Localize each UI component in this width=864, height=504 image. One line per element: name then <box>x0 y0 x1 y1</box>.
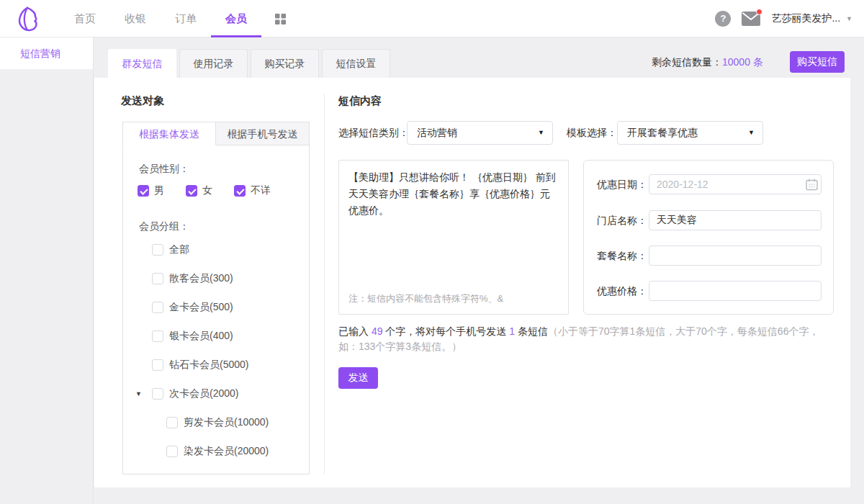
sidebar: 短信营销 <box>0 37 94 504</box>
notification-dot <box>756 9 762 15</box>
group-row-label: 全部 <box>169 243 189 256</box>
store-name-input[interactable] <box>649 210 822 230</box>
char-count-info: 已输入 49 个字，将对每个手机号发送 1 条短信（小于等于70字算1条短信，大… <box>338 324 838 354</box>
panel-divider <box>324 94 325 474</box>
group-row-haircolor-card[interactable]: 染发卡会员(20000) <box>123 437 309 466</box>
group-row-haircut-card[interactable]: 剪发卡会员(10000) <box>123 408 309 437</box>
discount-price-input[interactable] <box>649 281 822 301</box>
remaining-sms-info: 剩余短信数量：10000 条 <box>652 52 763 72</box>
field-row-discount-date: 优惠日期： <box>584 174 833 194</box>
nav-item-home[interactable]: 首页 <box>60 0 110 37</box>
checkbox-group-haircut[interactable] <box>166 417 178 428</box>
group-row-silver[interactable]: 银卡会员(400) <box>123 322 309 351</box>
nav-item-orders[interactable]: 订单 <box>161 0 211 37</box>
calendar-icon[interactable] <box>806 179 818 191</box>
checkbox-unknown[interactable] <box>234 185 246 197</box>
field-row-package-name: 套餐名称： <box>584 246 833 266</box>
group-row-label: 散客会员(300) <box>169 272 233 285</box>
nav-item-cashier[interactable]: 收银 <box>110 0 161 37</box>
app-logo-icon <box>13 5 40 32</box>
gender-option-female[interactable]: 女 <box>186 184 212 197</box>
sms-preview-text: 【美助理】只想讲给你听！ ｛优惠日期｝ 前到天天美容办理｛套餐名称｝享｛优惠价格… <box>348 169 559 219</box>
main-nav: 首页 收银 订单 会员 <box>60 0 261 37</box>
gender-option-male[interactable]: 男 <box>138 184 164 197</box>
checkbox-group-all[interactable] <box>152 244 163 256</box>
user-name: 艺莎丽美发护... <box>771 12 840 25</box>
group-row-diamond[interactable]: 钻石卡会员(5000) <box>123 351 309 379</box>
tab-send-by-phone[interactable]: 根据手机号发送 <box>216 122 310 145</box>
checkbox-group-silver[interactable] <box>152 330 163 342</box>
sms-tabs: 群发短信 使用记录 购买记录 短信设置 <box>108 49 390 78</box>
send-target-title: 发送对象 <box>121 94 164 108</box>
template-select-label: 模板选择： <box>567 127 617 140</box>
template-select-value: 开展套餐享优惠 <box>627 127 698 138</box>
nav-item-members[interactable]: 会员 <box>211 0 261 37</box>
group-row-walkin[interactable]: 散客会员(300) <box>123 264 309 293</box>
count-value: 49 <box>372 325 383 337</box>
tab-sms-settings[interactable]: 短信设置 <box>322 49 390 78</box>
discount-date-label: 优惠日期： <box>584 174 647 194</box>
count-value2: 1 <box>509 325 515 337</box>
gender-option-unknown[interactable]: 不详 <box>234 184 271 197</box>
remaining-unit: 条 <box>750 56 763 68</box>
package-name-label: 套餐名称： <box>584 246 647 266</box>
tab-bulk-sms[interactable]: 群发短信 <box>108 49 176 78</box>
gender-option-label: 不详 <box>251 184 271 197</box>
sidebar-item-sms-marketing[interactable]: 短信营销 <box>0 37 93 69</box>
discount-date-input[interactable] <box>649 174 822 194</box>
buy-sms-button[interactable]: 购买短信 <box>790 51 845 73</box>
checkbox-female[interactable] <box>186 185 197 197</box>
gender-option-label: 女 <box>202 184 212 197</box>
apps-grid-icon[interactable] <box>275 14 286 24</box>
remaining-label: 剩余短信数量： <box>652 56 722 68</box>
member-group-label: 会员分组： <box>139 220 189 233</box>
checkbox-group-walkin[interactable] <box>152 273 163 284</box>
tab-purchase-records[interactable]: 购买记录 <box>251 49 319 78</box>
field-row-store-name: 门店名称： <box>584 210 833 230</box>
gender-options: 男 女 不详 <box>138 184 271 197</box>
checkbox-group-punchcard[interactable] <box>152 388 163 400</box>
template-fields-box: 优惠日期： 门店名称： 套餐名称： 优惠价格： <box>583 160 834 315</box>
store-name-label: 门店名称： <box>584 210 647 230</box>
group-row-label: 钻石卡会员(5000) <box>169 359 248 372</box>
field-row-discount-price: 优惠价格： <box>584 281 833 301</box>
count-mid: 个字，将对每个手机号发送 <box>382 325 509 337</box>
group-row-all[interactable]: 全部 <box>123 235 309 264</box>
category-select-label: 选择短信类别： <box>338 127 409 140</box>
dropdown-caret-icon: ▼ <box>538 122 544 144</box>
screen: 首页 收银 订单 会员 ? 艺莎丽美发护... ▼ <box>0 0 864 504</box>
checkbox-group-diamond[interactable] <box>152 359 163 371</box>
sms-preview-note: 注：短信内容不能包含特殊字符%、& <box>348 292 503 305</box>
mail-icon[interactable] <box>742 12 760 26</box>
send-button[interactable]: 发送 <box>338 367 378 389</box>
expand-caret-icon[interactable]: ▼ <box>135 390 142 397</box>
template-select[interactable]: 开展套餐享优惠 ▼ <box>617 121 763 145</box>
checkbox-group-haircolor[interactable] <box>166 446 178 457</box>
group-row-label: 金卡会员(500) <box>169 301 233 314</box>
category-select-value: 活动营销 <box>417 127 457 138</box>
tab-send-by-group[interactable]: 根据集体发送 <box>122 122 216 145</box>
dropdown-caret-icon: ▼ <box>748 122 755 144</box>
discount-price-label: 优惠价格： <box>584 281 647 301</box>
topbar: 首页 收银 订单 会员 ? 艺莎丽美发护... ▼ <box>0 0 864 37</box>
send-target-panel: 会员性别： 男 女 不详 会员分组： 全部 散客会员(300 <box>122 145 310 474</box>
tab-usage-records[interactable]: 使用记录 <box>179 49 248 78</box>
send-target-tabs: 根据集体发送 根据手机号发送 <box>122 122 310 145</box>
remaining-count: 10000 <box>722 56 750 68</box>
category-select[interactable]: 活动营销 ▼ <box>407 121 553 145</box>
group-row-punchcard[interactable]: ▼ 次卡会员(2000) <box>123 379 309 408</box>
checkbox-group-gold[interactable] <box>152 302 163 313</box>
user-menu[interactable]: 艺莎丽美发护... ▼ <box>771 12 852 25</box>
group-row-gold[interactable]: 金卡会员(500) <box>123 293 309 322</box>
gender-label: 会员性别： <box>139 163 189 176</box>
package-name-input[interactable] <box>649 246 822 266</box>
chevron-down-icon: ▼ <box>846 15 852 22</box>
group-row-label: 剪发卡会员(10000) <box>184 416 269 429</box>
count-suffix: 条短信 <box>515 325 548 337</box>
help-icon[interactable]: ? <box>715 11 731 27</box>
checkbox-male[interactable] <box>138 185 149 197</box>
group-row-label: 银卡会员(400) <box>169 330 233 343</box>
count-prefix: 已输入 <box>338 325 372 337</box>
member-group-list: 全部 散客会员(300) 金卡会员(500) 银卡会员(400) 钻石卡会员(5… <box>123 235 309 466</box>
gender-option-label: 男 <box>154 184 164 197</box>
